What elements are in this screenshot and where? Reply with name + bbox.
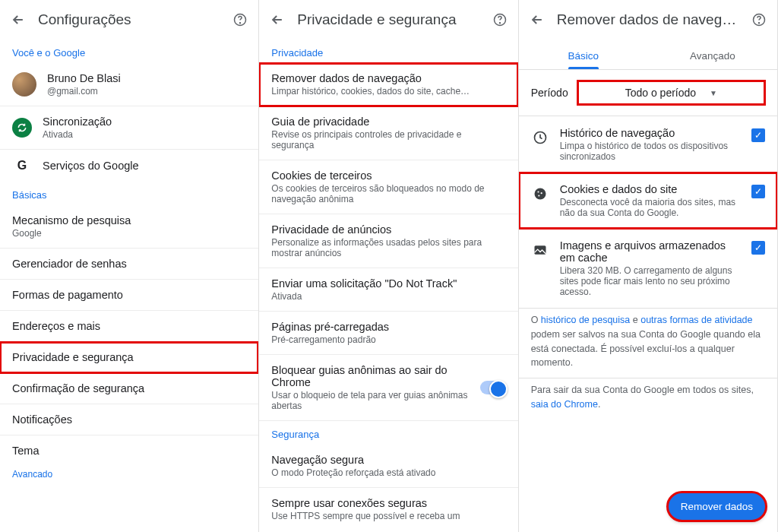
- ads-row[interactable]: Privacidade de anúncios Personalize as i…: [259, 214, 517, 268]
- theme-label: Tema: [12, 445, 246, 457]
- image-icon: [531, 241, 549, 259]
- preload-title: Páginas pré-carregadas: [271, 321, 505, 333]
- privacy-guide-row[interactable]: Guia de privacidade Revise os principais…: [259, 106, 517, 160]
- help-icon[interactable]: [491, 11, 509, 29]
- section-you-google: Você e o Google: [0, 40, 258, 63]
- cache-title: Imagens e arquivos armazenados em cache: [560, 239, 741, 264]
- passwords-label: Gerenciador de senhas: [12, 258, 246, 270]
- other-activity-link[interactable]: outras formas de atividade: [640, 315, 752, 325]
- cookies-title: Cookies e dados do site: [560, 183, 741, 195]
- back-icon[interactable]: [268, 11, 286, 29]
- cache-checkbox[interactable]: ✓: [751, 241, 765, 255]
- history-checkbox[interactable]: ✓: [751, 128, 765, 142]
- cookies-row[interactable]: Cookies e dados do site Desconecta você …: [519, 173, 777, 229]
- sync-icon: [12, 118, 32, 138]
- privacy-guide-sub: Revise os principais controles de privac…: [271, 129, 505, 150]
- google-services-label: Serviços do Google: [43, 160, 246, 172]
- signout-link[interactable]: saia do Chrome: [531, 399, 598, 410]
- svg-point-9: [540, 192, 542, 194]
- settings-list: Você e o Google Bruno De Blasi @gmail.co…: [0, 40, 258, 532]
- addresses-label: Endereços e mais: [12, 320, 246, 332]
- header: Privacidade e segurança: [259, 0, 517, 40]
- incognito-lock-toggle[interactable]: [480, 381, 506, 394]
- https-sub: Use HTTPS sempre que possível e receba u…: [271, 511, 505, 521]
- period-label: Período: [531, 87, 568, 99]
- period-dropdown[interactable]: Todo o período ▼: [577, 81, 765, 105]
- section-privacy: Privacidade: [259, 40, 517, 63]
- history-icon: [531, 128, 549, 147]
- period-value: Todo o período: [625, 87, 696, 99]
- tabs: Básico Avançado: [519, 40, 777, 69]
- tab-advanced[interactable]: Avançado: [648, 40, 777, 69]
- safe-browsing-title: Navegação segura: [271, 454, 505, 466]
- cookies-title: Cookies de terceiros: [271, 169, 505, 182]
- avatar: [12, 72, 36, 97]
- privacy-label: Privacidade e segurança: [12, 351, 246, 363]
- svg-point-10: [538, 195, 539, 196]
- safe-browsing-row[interactable]: Navegação segura O modo Proteção reforça…: [259, 445, 517, 488]
- cookies-sub: Desconecta você da maioria dos sites, ma…: [560, 197, 741, 218]
- settings-panel: Configurações Você e o Google Bruno De B…: [0, 0, 259, 532]
- google-services-row[interactable]: G Serviços do Google: [0, 150, 258, 182]
- page-title: Remover dados de navega…: [557, 11, 739, 28]
- https-row[interactable]: Sempre usar conexões seguras Use HTTPS s…: [259, 488, 517, 530]
- user-name: Bruno De Blasi: [47, 72, 246, 84]
- svg-point-1: [240, 23, 241, 24]
- section-advanced: Avancado: [0, 466, 258, 480]
- clear-data-button[interactable]: Remover dados: [667, 492, 767, 521]
- history-row[interactable]: Histórico de navegação Limpa o histórico…: [519, 116, 777, 173]
- back-icon[interactable]: [528, 11, 546, 29]
- help-icon[interactable]: [750, 11, 768, 29]
- dnt-title: Enviar uma solicitação "Do Not Track": [271, 277, 505, 290]
- notifications-row[interactable]: Notificações: [0, 404, 258, 435]
- clear-data-row[interactable]: Remover dados de navegação Limpar histór…: [259, 63, 517, 106]
- ads-title: Privacidade de anúncios: [271, 223, 505, 236]
- clear-data-title: Remover dados de navegação: [271, 72, 505, 84]
- signout-note: Para sair da sua Conta do Google em todo…: [519, 378, 777, 420]
- passwords-row[interactable]: Gerenciador de senhas: [0, 249, 258, 280]
- search-engine-row[interactable]: Mecanismo de pesquisa Google: [0, 205, 258, 249]
- privacy-panel: Privacidade e segurança Privacidade Remo…: [259, 0, 518, 532]
- cookies-checkbox[interactable]: ✓: [751, 185, 765, 198]
- cache-row[interactable]: Imagens e arquivos armazenados em cache …: [519, 229, 777, 308]
- history-title: Histórico de navegação: [560, 127, 741, 139]
- search-engine-sub: Google: [12, 228, 246, 239]
- account-row[interactable]: Bruno De Blasi @gmail.com: [0, 63, 258, 106]
- help-icon[interactable]: [231, 11, 249, 29]
- svg-point-5: [758, 23, 759, 24]
- privacy-guide-title: Guia de privacidade: [271, 116, 505, 128]
- svg-point-8: [537, 191, 539, 192]
- search-history-link[interactable]: histórico de pesquisa: [541, 315, 630, 325]
- safe-browsing-sub: O modo Proteção reforçada está ativado: [271, 467, 505, 478]
- search-engine-title: Mecanismo de pesquisa: [12, 214, 246, 226]
- incognito-lock-sub: Usar o bloqueio de tela para ver guias a…: [271, 390, 469, 411]
- svg-point-7: [534, 188, 546, 200]
- dnt-sub: Ativada: [271, 291, 505, 302]
- privacy-list: Privacidade Remover dados de navegação L…: [259, 40, 517, 532]
- safety-row[interactable]: Confirmação de segurança: [0, 373, 258, 404]
- payments-row[interactable]: Formas de pagamento: [0, 280, 258, 311]
- addresses-row[interactable]: Endereços e mais: [0, 311, 258, 342]
- section-basics: Básicas: [0, 182, 258, 205]
- header: Configurações: [0, 0, 258, 40]
- tab-basic[interactable]: Básico: [519, 40, 648, 69]
- privacy-row[interactable]: Privacidade e segurança: [0, 342, 258, 373]
- incognito-lock-row[interactable]: Bloquear guias anônimas ao sair do Chrom…: [259, 355, 517, 421]
- cookie-icon: [531, 185, 549, 203]
- back-icon[interactable]: [9, 11, 27, 29]
- https-title: Sempre usar conexões seguras: [271, 497, 505, 509]
- page-title: Configurações: [38, 11, 220, 28]
- payments-label: Formas de pagamento: [12, 289, 246, 301]
- incognito-lock-title: Bloquear guias anônimas ao sair do Chrom…: [271, 364, 469, 388]
- search-history-note: O histórico de pesquisa e outras formas …: [519, 309, 777, 378]
- svg-point-3: [499, 23, 500, 24]
- sync-sub: Ativada: [43, 129, 246, 140]
- dnt-row[interactable]: Enviar uma solicitação "Do Not Track" At…: [259, 268, 517, 312]
- clear-data-panel: Remover dados de navega… Básico Avançado…: [519, 0, 778, 532]
- sync-row[interactable]: Sincronização Ativada: [0, 106, 258, 150]
- header: Remover dados de navega…: [519, 0, 777, 40]
- cookies-row[interactable]: Cookies de terceiros Os cookies de terce…: [259, 160, 517, 214]
- preload-row[interactable]: Páginas pré-carregadas Pré-carregamento …: [259, 312, 517, 355]
- google-icon: G: [12, 159, 32, 173]
- theme-row[interactable]: Tema: [0, 435, 258, 466]
